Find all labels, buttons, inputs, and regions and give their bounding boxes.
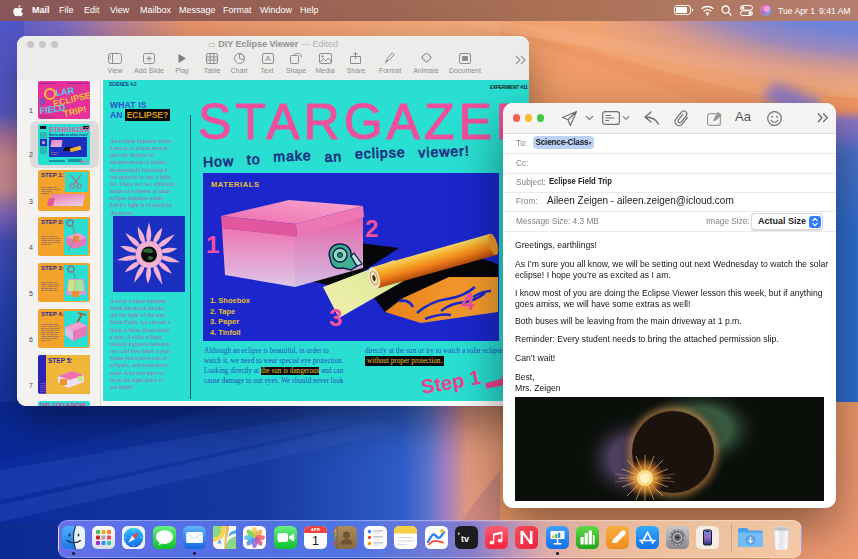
svg-text:4. Tinfoil: 4. Tinfoil bbox=[210, 328, 241, 337]
svg-text:1: 1 bbox=[312, 534, 319, 548]
svg-text:4: 4 bbox=[461, 288, 475, 315]
svg-text:2: 2 bbox=[365, 215, 378, 242]
svg-text:APR: APR bbox=[311, 527, 320, 532]
svg-text:MATERIALS: MATERIALS bbox=[211, 180, 260, 189]
svg-text:A: A bbox=[265, 54, 271, 63]
svg-text:3. Paper: 3. Paper bbox=[210, 317, 239, 326]
svg-text:2. Tape: 2. Tape bbox=[210, 307, 235, 316]
svg-text:tv: tv bbox=[461, 534, 469, 544]
svg-text:TRIP!: TRIP! bbox=[62, 104, 87, 119]
svg-text:1. Shoebox: 1. Shoebox bbox=[210, 296, 251, 305]
svg-text:1: 1 bbox=[206, 231, 219, 258]
svg-text:3: 3 bbox=[329, 304, 342, 331]
